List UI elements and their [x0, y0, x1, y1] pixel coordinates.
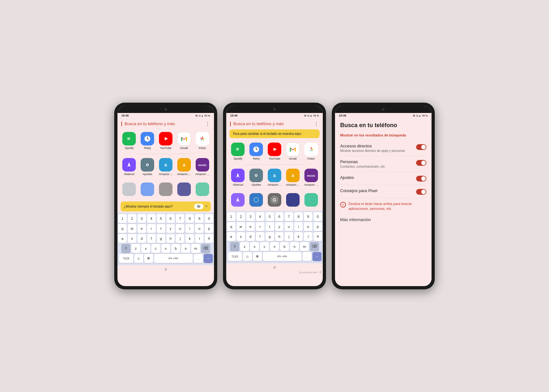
key-5[interactable]: 5: [157, 214, 165, 223]
key-2-2[interactable]: 2: [237, 212, 245, 221]
app-abstruct-1[interactable]: Abstruct: [120, 156, 138, 178]
search-bar-2[interactable]: Busca en tu teléfono y más ⋮: [226, 118, 323, 129]
key-s-1[interactable]: s: [128, 234, 136, 243]
svg-rect-28: [289, 145, 297, 154]
app-amazon1-1[interactable]: a Amazon ...: [157, 156, 175, 178]
status-bar-3: 19:46 ⊖ ◁ ▲ 70 %: [335, 113, 432, 118]
app-label-reloj-2: Reloj: [253, 157, 260, 161]
key-t-1[interactable]: t: [157, 224, 165, 233]
app-gmail-1[interactable]: Gmail: [175, 130, 193, 152]
app-gmail-2[interactable]: Gmail: [284, 141, 302, 163]
menu-dots-1[interactable]: ⋮: [205, 121, 210, 127]
menu-dots-2[interactable]: ⋮: [314, 121, 319, 127]
settings-item-consejos[interactable]: Consejos para Pixel: [340, 185, 426, 198]
tooltip-2[interactable]: Toca para cambiar si el teclado se muest…: [229, 129, 320, 138]
key-enter-1[interactable]: →: [204, 254, 213, 263]
key-2[interactable]: 2: [128, 214, 136, 223]
key-globe-1[interactable]: ⊕: [144, 254, 153, 263]
key-p-1[interactable]: p: [205, 224, 213, 233]
key-h-1[interactable]: h: [166, 234, 175, 243]
keyboard-toast-1[interactable]: ¿Mostrar siempre el teclado aquí? Sí ×: [121, 201, 211, 211]
key-y-1[interactable]: y: [166, 224, 175, 233]
settings-item-personas[interactable]: Personas Contactos, conversaciones, etc.: [340, 156, 426, 172]
key-g-1[interactable]: g: [157, 234, 165, 243]
key-f-1[interactable]: f: [147, 234, 156, 243]
key-9[interactable]: 9: [195, 214, 204, 223]
app-spotify-1[interactable]: Spotify: [120, 130, 138, 152]
key-space-1[interactable]: ES • EN: [154, 254, 193, 263]
key-9-2[interactable]: 9: [304, 212, 312, 221]
key-b-1[interactable]: b: [171, 244, 180, 253]
app-youtube-1[interactable]: YouTube: [157, 130, 175, 152]
more-info-3[interactable]: Más información: [340, 215, 426, 225]
key-0[interactable]: 0: [205, 214, 213, 223]
toggle-personas[interactable]: [416, 160, 426, 166]
app-ajustes-1[interactable]: Ajustes: [138, 156, 157, 178]
key-7[interactable]: 7: [176, 214, 184, 223]
key-4-2[interactable]: 4: [256, 212, 265, 221]
key-x-1[interactable]: x: [141, 244, 150, 253]
key-a-1[interactable]: a: [118, 234, 127, 243]
svg-rect-43: [252, 196, 260, 204]
key-5-2[interactable]: 5: [265, 212, 274, 221]
toggle-accesos[interactable]: [416, 144, 426, 150]
toggle-consejos[interactable]: [416, 189, 426, 195]
key-del-1[interactable]: ⌫: [201, 244, 210, 253]
key-7-2[interactable]: 7: [284, 212, 293, 221]
key-l-1[interactable]: l: [195, 234, 204, 243]
key-r-1[interactable]: r: [147, 224, 156, 233]
key-u-1[interactable]: u: [176, 224, 184, 233]
app-reloj-1[interactable]: Reloj: [138, 130, 157, 152]
phone-3: 19:46 ⊖ ◁ ▲ 70 % Busca en tu teléfono Mo…: [332, 103, 435, 289]
key-6-2[interactable]: 6: [275, 212, 284, 221]
key-1[interactable]: 1: [118, 214, 127, 223]
key-m-1[interactable]: m: [191, 244, 200, 253]
toast-close-button-1[interactable]: ×: [205, 204, 208, 209]
key-del-2[interactable]: ⌫: [310, 242, 319, 251]
key-z-1[interactable]: z: [131, 244, 140, 253]
key-d-1[interactable]: d: [137, 234, 146, 243]
key-123-1[interactable]: ?123: [119, 254, 133, 263]
key-shift-1[interactable]: ⇧: [121, 244, 130, 253]
app-amazon2-1[interactable]: a Amazon ...: [175, 156, 193, 178]
settings-item-accesos[interactable]: Accesos directos Mostrar accesos directo…: [340, 140, 426, 156]
app-spotify-2[interactable]: Spotify: [229, 141, 247, 163]
key-n-1[interactable]: ñ: [205, 234, 213, 243]
key-8[interactable]: 8: [185, 214, 194, 223]
key-shift-2[interactable]: ⇧: [230, 242, 239, 251]
key-w-1[interactable]: w: [128, 224, 136, 233]
key-0-2[interactable]: 0: [313, 212, 322, 221]
search-bar-1[interactable]: Busca en tu teléfono y más ⋮: [117, 118, 214, 129]
key-v-1[interactable]: v: [161, 244, 170, 253]
search-input-2[interactable]: Busca en tu teléfono y más: [233, 121, 312, 126]
key-c-1[interactable]: c: [151, 244, 160, 253]
settings-item-ajustes[interactable]: Ajustes: [340, 172, 426, 185]
key-8-2[interactable]: 8: [294, 212, 303, 221]
app-amazon3-1[interactable]: music Amazon ...: [193, 156, 211, 178]
key-3[interactable]: 3: [137, 214, 146, 223]
svg-text:a: a: [164, 162, 167, 167]
key-i-1[interactable]: i: [185, 224, 194, 233]
app-reloj-2[interactable]: Reloj: [247, 141, 265, 163]
key-emoji-1[interactable]: ☺: [134, 254, 143, 263]
key-j-1[interactable]: j: [176, 234, 184, 243]
key-e-1[interactable]: e: [137, 224, 146, 233]
key-row-q-1: q w e r t y u i o p: [118, 224, 213, 233]
icon-partial4: [177, 182, 191, 196]
key-q-1[interactable]: q: [118, 224, 127, 233]
key-4[interactable]: 4: [147, 214, 156, 223]
key-3-2[interactable]: 3: [246, 212, 255, 221]
key-k-1[interactable]: k: [185, 234, 194, 243]
search-input-1[interactable]: Busca en tu teléfono y más: [125, 121, 203, 126]
app-fotos-1[interactable]: Fotos: [193, 130, 211, 152]
key-dot-1[interactable]: .: [194, 254, 203, 263]
key-n2-1[interactable]: n: [181, 244, 190, 253]
key-o-1[interactable]: o: [195, 224, 204, 233]
toggle-ajustes[interactable]: [416, 176, 426, 182]
phone-1: 19:46 ⊖ ◁ ▲ 70 % Busca en tu teléfono y …: [114, 103, 217, 289]
toast-yes-button-1[interactable]: Sí: [194, 204, 203, 209]
app-fotos-2[interactable]: Fotos: [302, 141, 320, 163]
key-1-2[interactable]: 1: [227, 212, 236, 221]
app-youtube-2[interactable]: YouTube: [265, 141, 284, 163]
key-6[interactable]: 6: [166, 214, 175, 223]
